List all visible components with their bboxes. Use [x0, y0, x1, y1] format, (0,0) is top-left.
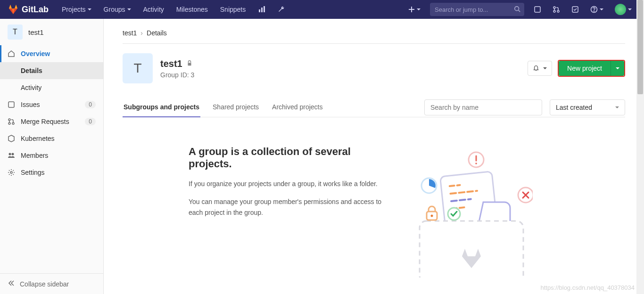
new-project-group: New project [558, 60, 625, 77]
svg-rect-1 [261, 8, 263, 12]
sidebar-item-kubernetes[interactable]: Kubernetes [0, 130, 103, 147]
collapse-sidebar[interactable]: Collapse sidebar [0, 273, 103, 294]
filter-input[interactable] [424, 99, 542, 115]
issues-icon [8, 101, 15, 108]
tabs: Subgroups and projects Shared projects A… [123, 98, 417, 117]
tab-archived-projects[interactable]: Archived projects [271, 98, 323, 117]
svg-point-21 [10, 172, 12, 173]
nav-plus-icon[interactable] [404, 3, 425, 16]
gear-icon [8, 169, 15, 176]
empty-illustration [410, 146, 533, 268]
sidebar-item-details[interactable]: Details [0, 62, 103, 79]
new-project-button[interactable]: New project [559, 61, 611, 76]
svg-rect-4 [409, 9, 414, 10]
nav-merge-requests-icon[interactable] [548, 3, 565, 16]
nav-right [404, 1, 636, 18]
svg-line-24 [450, 185, 460, 186]
bell-icon [533, 65, 539, 73]
sidebar-item-label: Merge Requests [21, 118, 69, 125]
svg-line-6 [519, 10, 520, 12]
watermark: https://blog.csdn.net/qq_40378034 [541, 284, 635, 291]
nav-activity[interactable]: Activity [139, 3, 169, 16]
chevron-down-icon [628, 8, 632, 10]
sort-dropdown[interactable]: Last created [550, 99, 625, 115]
sort-label: Last created [556, 104, 592, 111]
brand-text: GitLab [22, 5, 49, 15]
sidebar-item-overview[interactable]: Overview [0, 45, 103, 62]
svg-rect-2 [264, 6, 265, 12]
nav-projects[interactable]: Projects [57, 3, 96, 16]
members-icon [8, 152, 15, 159]
scrollbar[interactable] [636, 0, 644, 294]
nav-groups[interactable]: Groups [99, 3, 136, 16]
nav-snippets[interactable]: Snippets [215, 3, 250, 16]
empty-paragraph: If you organize your projects under a gr… [189, 179, 391, 189]
context-avatar: T [8, 24, 23, 40]
sidebar-item-label: Details [21, 67, 42, 74]
tab-subgroups-projects[interactable]: Subgroups and projects [123, 98, 200, 117]
gitlab-logo[interactable]: GitLab [8, 4, 49, 15]
sidebar-item-label: Settings [21, 169, 45, 176]
sidebar-item-activity[interactable]: Activity [0, 79, 103, 96]
avatar [615, 4, 626, 15]
group-id: Group ID: 3 [160, 71, 520, 79]
tab-shared-projects[interactable]: Shared projects [212, 98, 260, 117]
page-layout: T test1 Overview Details Activity Issues… [0, 19, 644, 294]
chevron-down-icon [616, 67, 619, 69]
empty-heading: A group is a collection of several proje… [189, 146, 391, 170]
sidebar-item-label: Overview [21, 50, 50, 57]
primary-nav: Projects Groups Activity Milestones Snip… [57, 3, 290, 16]
top-navbar: GitLab Projects Groups Activity Mileston… [0, 0, 644, 19]
svg-rect-7 [535, 7, 540, 12]
home-icon [8, 50, 15, 57]
svg-rect-0 [259, 9, 260, 12]
chevron-down-icon [600, 8, 603, 10]
svg-marker-18 [8, 135, 14, 142]
scrollbar-thumb[interactable] [637, 0, 643, 94]
sidebar-item-members[interactable]: Members [0, 147, 103, 164]
nav-help-icon[interactable] [586, 3, 608, 16]
sidebar-item-merge-requests[interactable]: Merge Requests 0 [0, 113, 103, 130]
empty-state-text: A group is a collection of several proje… [189, 146, 391, 225]
nav-wrench-icon[interactable] [273, 3, 290, 16]
svg-point-17 [12, 122, 14, 124]
nav-todos-icon[interactable] [567, 3, 584, 16]
nav-chart-icon[interactable] [253, 3, 270, 16]
sidebar-item-settings[interactable]: Settings [0, 164, 103, 181]
breadcrumb: test1 › Details [123, 26, 625, 43]
chevron-down-icon [615, 106, 619, 108]
svg-point-19 [9, 153, 11, 155]
sidebar-item-label: Issues [21, 101, 40, 108]
svg-point-16 [8, 122, 10, 124]
count-badge: 0 [85, 101, 96, 108]
svg-point-5 [515, 6, 519, 10]
sidebar-item-issues[interactable]: Issues 0 [0, 96, 103, 113]
collapse-label: Collapse sidebar [20, 280, 69, 288]
user-menu[interactable] [610, 1, 636, 18]
group-meta: test1 Group ID: 3 [160, 58, 520, 79]
nav-milestones[interactable]: Milestones [172, 3, 213, 16]
svg-rect-22 [188, 63, 191, 65]
context-name: test1 [28, 28, 44, 36]
breadcrumb-root[interactable]: test1 [123, 29, 137, 37]
svg-point-13 [594, 11, 594, 11]
chevron-down-icon [127, 8, 131, 10]
notifications-dropdown[interactable] [528, 61, 552, 76]
collapse-icon [8, 279, 15, 288]
svg-point-31 [475, 163, 477, 164]
new-project-dropdown[interactable] [611, 61, 624, 76]
sidebar-context[interactable]: T test1 [0, 19, 103, 45]
svg-point-15 [8, 119, 10, 121]
search-input[interactable] [435, 6, 514, 13]
chevron-down-icon [543, 67, 547, 69]
group-avatar: T [123, 53, 153, 83]
svg-rect-14 [8, 102, 14, 107]
sidebar-nav: Overview Details Activity Issues 0 Merge… [0, 45, 103, 273]
nav-issues-icon[interactable] [529, 3, 546, 16]
group-title: test1 [160, 58, 182, 69]
global-search[interactable] [430, 3, 524, 16]
svg-point-10 [557, 10, 559, 12]
sidebar-item-label: Activity [21, 84, 41, 91]
lock-icon [186, 60, 193, 68]
sidebar-item-label: Members [21, 152, 48, 159]
